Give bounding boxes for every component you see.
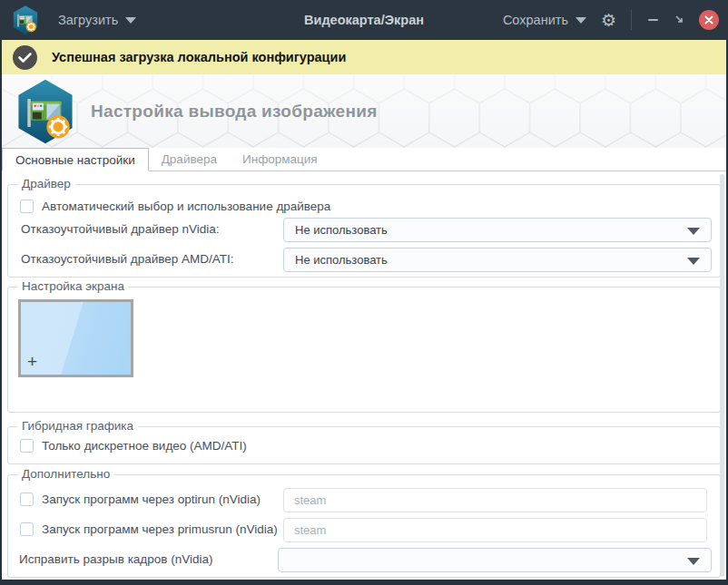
tab-main-settings[interactable]: Основные настройки — [2, 148, 149, 171]
group-hybrid: Гибридная графика Только дискретное виде… — [7, 426, 721, 464]
discrete-only-label: Только дискретное видео (AMD/ATI) — [42, 439, 247, 453]
group-hybrid-legend: Гибридная графика — [17, 419, 138, 433]
success-check-icon — [13, 45, 37, 70]
chevron-down-icon — [687, 258, 700, 265]
restore-icon — [674, 15, 684, 24]
primusrun-input[interactable] — [283, 518, 707, 542]
group-extra-legend: Дополнительно — [17, 467, 114, 481]
close-button[interactable] — [699, 10, 719, 30]
window-frame-bottom — [0, 580, 728, 585]
chevron-down-icon — [687, 558, 700, 565]
titlebar-separator — [631, 10, 632, 30]
group-screen-legend: Настройка экрана — [17, 279, 129, 293]
nvidia-failsafe-value: Не использовать — [295, 223, 388, 237]
tab-content: Драйвер Автоматический выбор и использов… — [2, 171, 726, 580]
tabbar: Основные настройки Драйвера Информация — [2, 148, 726, 171]
minimize-button[interactable] — [646, 14, 660, 26]
chevron-down-icon — [125, 17, 136, 24]
amd-failsafe-value: Не использовать — [295, 253, 388, 267]
auto-driver-label: Автоматический выбор и использование дра… — [42, 200, 330, 213]
checkbox-discrete-only[interactable] — [20, 439, 34, 453]
minimize-icon — [648, 19, 658, 21]
nvidia-failsafe-select[interactable]: Не использовать — [283, 218, 712, 242]
auto-driver-row: Автоматический выбор и использование дра… — [20, 200, 330, 213]
app-icon — [11, 5, 40, 35]
titlebar: Загрузить Видеокарта/Экран Сохранить ⚙ — [0, 0, 728, 40]
page-title: Настройка вывода изображения — [91, 74, 378, 148]
load-menu-button[interactable]: Загрузить — [58, 13, 136, 27]
amd-failsafe-select[interactable]: Не использовать — [283, 248, 712, 272]
group-driver-legend: Драйвер — [17, 177, 75, 190]
tearing-select[interactable] — [278, 548, 712, 572]
primusrun-label: Запуск программ через primusrun (nVidia) — [42, 522, 278, 536]
settings-gear-button[interactable]: ⚙ — [601, 12, 616, 29]
notification-text: Успешная загрузка локальной конфигурации — [52, 50, 346, 64]
chevron-down-icon — [576, 17, 586, 24]
app-window: Загрузить Видеокарта/Экран Сохранить ⚙ — [0, 0, 728, 585]
group-driver: Драйвер Автоматический выбор и использов… — [7, 184, 721, 278]
tab-info[interactable]: Информация — [230, 147, 330, 171]
restore-button[interactable] — [674, 12, 684, 28]
optirun-row: Запуск программ через optirun (nVidia) — [20, 492, 261, 506]
nvidia-failsafe-label: Отказоучтойчивый драйвер nVidia: — [21, 222, 220, 236]
group-extra: Дополнительно Запуск программ через opti… — [7, 474, 721, 578]
primusrun-row: Запуск программ через primusrun (nVidia) — [20, 522, 278, 536]
tab-drivers[interactable]: Драйвера — [149, 147, 230, 171]
checkbox-auto-driver[interactable] — [20, 200, 34, 213]
page-header: Настройка вывода изображения — [2, 74, 726, 148]
save-menu-label: Сохранить — [503, 13, 568, 27]
save-menu-button[interactable]: Сохранить — [503, 13, 586, 27]
optirun-label: Запуск программ через optirun (nVidia) — [42, 492, 261, 506]
add-screen-button[interactable]: + — [27, 352, 37, 372]
tearing-label: Исправить разрыв кадров (nVidia) — [19, 552, 212, 566]
notification-banner: Успешная загрузка локальной конфигурации — [2, 40, 726, 74]
scrollbar[interactable] — [720, 174, 724, 577]
checkbox-optirun[interactable] — [20, 492, 34, 506]
optirun-input[interactable] — [283, 488, 707, 512]
group-screen: Настройка экрана + — [7, 287, 721, 413]
checkbox-primusrun[interactable] — [20, 522, 34, 536]
titlebar-right-controls: Сохранить ⚙ — [503, 0, 719, 40]
discrete-only-row: Только дискретное видео (AMD/ATI) — [20, 439, 247, 453]
amd-failsafe-label: Отказоустойчивый драйвер AMD/ATI: — [21, 252, 234, 266]
chevron-down-icon — [687, 228, 700, 235]
load-menu-label: Загрузить — [58, 13, 118, 27]
window-body: Успешная загрузка локальной конфигурации — [2, 40, 726, 580]
screen-preview[interactable]: + — [18, 299, 133, 377]
close-icon — [704, 15, 713, 24]
app-hex-icon — [13, 77, 78, 146]
